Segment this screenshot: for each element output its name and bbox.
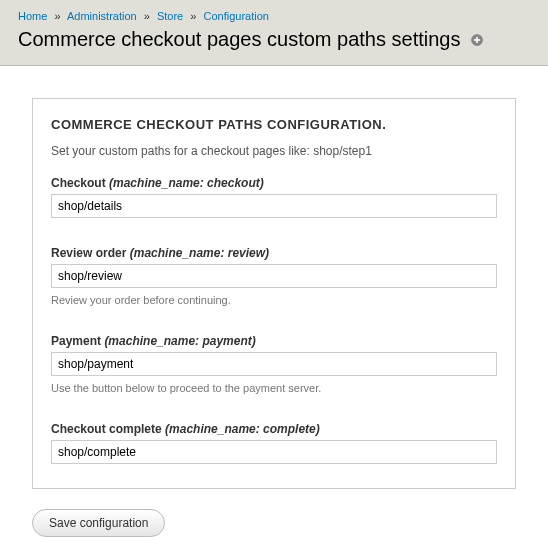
breadcrumb: Home » Administration » Store » Configur… [18,10,530,22]
breadcrumb-sep: » [190,10,196,22]
field-machine-name: (machine_name: complete) [165,422,320,436]
review-input[interactable] [51,264,497,288]
page-title: Commerce checkout pages custom paths set… [18,28,460,51]
field-label-text: Checkout [51,176,106,190]
field-machine-name: (machine_name: checkout) [109,176,264,190]
breadcrumb-admin[interactable]: Administration [67,10,137,22]
plus-icon[interactable] [470,33,484,47]
field-machine-name: (machine_name: payment) [104,334,255,348]
field-label-text: Payment [51,334,101,348]
panel-description: Set your custom paths for a checkout pag… [51,144,497,158]
field-label-text: Checkout complete [51,422,162,436]
field-review: Review order (machine_name: review) Revi… [51,246,497,306]
field-checkout: Checkout (machine_name: checkout) [51,176,497,218]
field-payment: Payment (machine_name: payment) Use the … [51,334,497,394]
content-region: COMMERCE CHECKOUT PATHS CONFIGURATION. S… [0,66,548,499]
panel-title: COMMERCE CHECKOUT PATHS CONFIGURATION. [51,117,497,132]
breadcrumb-home[interactable]: Home [18,10,47,22]
breadcrumb-sep: » [144,10,150,22]
complete-input[interactable] [51,440,497,464]
breadcrumb-config[interactable]: Configuration [203,10,268,22]
field-hint: Review your order before continuing. [51,294,497,306]
field-complete: Checkout complete (machine_name: complet… [51,422,497,464]
svg-rect-2 [474,39,480,41]
actions-region: Save configuration [0,499,548,537]
field-machine-name: (machine_name: review) [130,246,269,260]
field-label: Payment (machine_name: payment) [51,334,497,348]
breadcrumb-sep: » [54,10,60,22]
field-label: Checkout (machine_name: checkout) [51,176,497,190]
header-region: Home » Administration » Store » Configur… [0,0,548,66]
save-button[interactable]: Save configuration [32,509,165,537]
field-label: Checkout complete (machine_name: complet… [51,422,497,436]
breadcrumb-store[interactable]: Store [157,10,183,22]
field-label: Review order (machine_name: review) [51,246,497,260]
field-label-text: Review order [51,246,126,260]
field-hint: Use the button below to proceed to the p… [51,382,497,394]
payment-input[interactable] [51,352,497,376]
checkout-input[interactable] [51,194,497,218]
config-panel: COMMERCE CHECKOUT PATHS CONFIGURATION. S… [32,98,516,489]
